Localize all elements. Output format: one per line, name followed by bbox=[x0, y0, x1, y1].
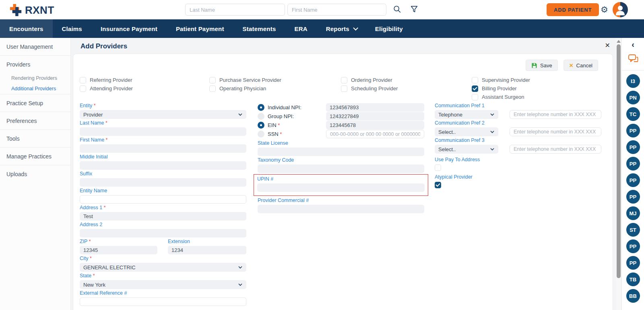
checkbox-scheduling-provider[interactable]: Scheduling Provider bbox=[341, 84, 398, 93]
ssn-input[interactable] bbox=[326, 130, 424, 138]
user-avatar[interactable] bbox=[613, 2, 628, 17]
checkbox-box bbox=[341, 77, 347, 83]
sidebar-item-user-management[interactable]: User Management bbox=[0, 38, 70, 55]
close-icon[interactable]: ✕ bbox=[605, 42, 610, 49]
address1-input[interactable] bbox=[80, 212, 246, 221]
entity-select[interactable]: Provider bbox=[80, 110, 246, 119]
practice-avatar[interactable]: TC bbox=[626, 107, 640, 121]
last-name-input[interactable] bbox=[80, 127, 246, 136]
practice-avatar[interactable]: ST bbox=[626, 223, 640, 237]
nav-claims[interactable]: Claims bbox=[53, 19, 91, 38]
chevron-down-icon bbox=[238, 265, 243, 270]
sidebar-item-manage-practices[interactable]: Manage Practices bbox=[0, 148, 70, 165]
ein-input[interactable] bbox=[326, 121, 424, 129]
save-button[interactable]: Save bbox=[526, 60, 558, 71]
communication-pref-1-select[interactable]: Telephone bbox=[435, 110, 498, 119]
extension-input[interactable] bbox=[168, 246, 246, 254]
last-name-search-input[interactable] bbox=[185, 4, 285, 16]
chevron-down-icon bbox=[490, 112, 495, 117]
sidebar-item-additional-providers[interactable]: Additional Providers bbox=[0, 83, 70, 94]
practice-avatar[interactable]: PP bbox=[626, 173, 640, 187]
upin-input[interactable] bbox=[257, 183, 425, 192]
checkbox-supervising-provider[interactable]: Supervising Provider bbox=[472, 76, 530, 84]
practice-avatar[interactable]: PP bbox=[626, 124, 640, 137]
individual-npi-radio[interactable] bbox=[258, 104, 264, 111]
zip-input[interactable] bbox=[80, 246, 157, 254]
sidebar-item-preferences[interactable]: Preferences bbox=[0, 112, 70, 129]
scrollbar-thumb[interactable] bbox=[617, 44, 621, 278]
checkbox-ordering-provider[interactable]: Ordering Provider bbox=[341, 76, 398, 84]
checkbox-referring-provider[interactable]: Referring Provider bbox=[80, 76, 133, 84]
vertical-scrollbar[interactable] bbox=[616, 38, 621, 310]
add-patient-button[interactable]: ADD PATIENT bbox=[547, 3, 599, 16]
checkbox-assistant-surgeon[interactable]: Assistant Surgeon bbox=[472, 93, 530, 101]
sidebar-item-practice-setup[interactable]: Practice Setup bbox=[0, 94, 70, 112]
taxonomy-code-input[interactable] bbox=[258, 164, 424, 173]
person-icon bbox=[613, 2, 628, 17]
main-navbar: Encounters Claims Insurance Payment Pati… bbox=[0, 19, 644, 38]
address2-input[interactable] bbox=[80, 229, 246, 237]
state-select[interactable]: New York bbox=[80, 280, 246, 289]
nav-encounters[interactable]: Encounters bbox=[0, 19, 53, 38]
nav-reports[interactable]: Reports bbox=[317, 19, 366, 38]
nav-era[interactable]: ERA bbox=[285, 19, 316, 38]
chat-icon[interactable] bbox=[628, 54, 638, 65]
practice-avatar[interactable]: I3 bbox=[626, 74, 640, 88]
field-first-name: First Name * bbox=[80, 137, 246, 153]
checkbox-attending-provider[interactable]: Attending Provider bbox=[80, 84, 133, 93]
communication-pref-2-select[interactable]: Select.. bbox=[435, 127, 498, 136]
cancel-button[interactable]: ✕ Cancel bbox=[564, 60, 598, 71]
field-atypical-provider: Atypical Provider bbox=[435, 174, 601, 188]
sidebar-item-tools[interactable]: Tools bbox=[0, 130, 70, 147]
group-npi-input[interactable] bbox=[326, 112, 424, 121]
sidebar-item-providers[interactable]: Providers bbox=[0, 56, 70, 73]
settings-gear-icon[interactable]: ⚙ bbox=[601, 4, 608, 15]
entity-name-input[interactable] bbox=[80, 195, 246, 204]
provider-commercial-input[interactable] bbox=[258, 205, 424, 213]
field-suffix: Suffix bbox=[80, 171, 246, 187]
practice-avatar[interactable]: PN bbox=[626, 91, 640, 104]
suffix-input[interactable] bbox=[80, 178, 246, 187]
nav-patient-payment[interactable]: Patient Payment bbox=[167, 19, 233, 38]
group-npi-radio[interactable] bbox=[258, 113, 264, 120]
ssn-radio[interactable] bbox=[258, 131, 264, 137]
filter-icon[interactable] bbox=[410, 5, 419, 15]
nav-statements[interactable]: Statements bbox=[233, 19, 285, 38]
practice-avatar[interactable]: TB bbox=[626, 273, 640, 286]
communication-pref-1-phone-input[interactable] bbox=[510, 110, 601, 119]
practice-avatar[interactable]: PP bbox=[626, 140, 640, 154]
sidebar-item-uploads[interactable]: Uploads bbox=[0, 165, 70, 183]
nav-eligibility[interactable]: Eligibility bbox=[366, 19, 412, 38]
field-state-license: State License bbox=[258, 140, 424, 156]
first-name-search-input[interactable] bbox=[287, 4, 386, 16]
atypical-provider-checkbox[interactable] bbox=[435, 182, 441, 188]
middle-initial-input[interactable] bbox=[80, 161, 246, 170]
nav-insurance-payment[interactable]: Insurance Payment bbox=[91, 19, 167, 38]
ein-radio[interactable] bbox=[258, 122, 264, 129]
city-select[interactable]: GENERAL ELECTRIC bbox=[80, 263, 246, 272]
practice-avatar[interactable]: PP bbox=[626, 190, 640, 204]
collapse-chevron-icon[interactable]: ‹ bbox=[632, 40, 634, 49]
checkbox-operating-physician[interactable]: Operating Physician bbox=[209, 84, 281, 93]
rxnt-logo[interactable]: RXNT bbox=[10, 4, 54, 17]
checkbox-box bbox=[209, 85, 216, 92]
communication-pref-3-phone-input[interactable] bbox=[510, 145, 601, 154]
first-name-input[interactable] bbox=[80, 144, 246, 153]
practice-avatar[interactable]: BB bbox=[626, 289, 640, 303]
search-icon[interactable] bbox=[393, 5, 402, 15]
practice-avatar[interactable]: MJ bbox=[626, 206, 640, 220]
checkbox-purchase-service-provider[interactable]: Purchase Service Provider bbox=[209, 76, 281, 84]
practice-avatar[interactable]: PP bbox=[626, 256, 640, 270]
practice-avatar[interactable]: PP bbox=[626, 157, 640, 171]
communication-pref-2-phone-input[interactable] bbox=[510, 127, 601, 136]
state-license-input[interactable] bbox=[258, 148, 424, 156]
checkbox-billing-provider[interactable]: Billing Provider bbox=[472, 84, 530, 93]
practice-avatar[interactable]: PP bbox=[626, 239, 640, 253]
use-pay-to-address-checkbox[interactable] bbox=[435, 164, 441, 171]
settings-sidebar: User Management Providers Rendering Prov… bbox=[0, 38, 71, 310]
external-reference-input[interactable] bbox=[80, 298, 246, 306]
sidebar-item-rendering-providers[interactable]: Rendering Providers bbox=[0, 73, 70, 83]
communication-pref-3-select[interactable]: Select.. bbox=[435, 145, 498, 154]
scroll-up-arrow-icon[interactable] bbox=[617, 40, 621, 43]
individual-npi-input[interactable] bbox=[326, 103, 424, 112]
